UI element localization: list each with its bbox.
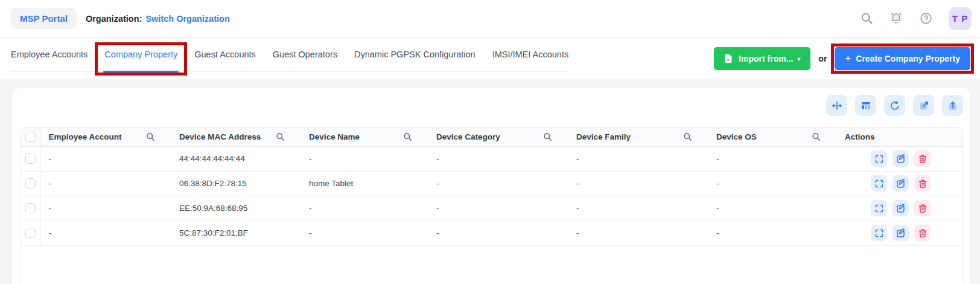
- refresh-button[interactable]: [884, 95, 905, 116]
- delete-button[interactable]: [914, 150, 931, 167]
- help-icon[interactable]: [919, 12, 932, 25]
- edit-button[interactable]: [892, 175, 909, 192]
- cell-device-mac-address: 44:44:44:44:44:44: [171, 146, 301, 171]
- trash-icon: [918, 154, 928, 164]
- cell-device-category: -: [428, 221, 568, 245]
- company-property-panel: Employee Account Device MAC Address Devi…: [12, 88, 970, 284]
- row-checkbox[interactable]: [25, 203, 36, 213]
- search-icon[interactable]: [812, 132, 821, 141]
- trash-icon: [918, 179, 928, 189]
- column-header-device-family: Device Family: [576, 132, 631, 141]
- cell-device-name: home Tablet: [301, 171, 428, 196]
- table-row: - EE:50:9A:68:68:95 - - - -: [21, 196, 962, 221]
- import-from-button[interactable]: x Import from... ▾: [714, 47, 810, 70]
- fullscreen-icon: [874, 154, 884, 164]
- edit-button[interactable]: [892, 225, 909, 241]
- cell-device-name: -: [301, 196, 428, 221]
- cell-device-name: -: [301, 146, 428, 171]
- edit-icon: [896, 228, 906, 238]
- edit-icon: [896, 204, 906, 213]
- search-icon[interactable]: [403, 132, 412, 141]
- column-header-device-os: Device OS: [716, 132, 757, 141]
- open-external-button[interactable]: [913, 95, 934, 116]
- excel-file-icon: x: [724, 54, 733, 63]
- refresh-icon: [889, 100, 900, 111]
- table-row: - 44:44:44:44:44:44 - - - -: [21, 146, 962, 171]
- create-company-property-button[interactable]: + Create Company Property: [835, 47, 970, 70]
- cell-device-mac-address: 5C:87:30:F2:01:BF: [171, 221, 301, 245]
- row-checkbox[interactable]: [25, 153, 36, 164]
- fit-columns-icon: [832, 100, 842, 111]
- column-header-device-category: Device Category: [436, 132, 500, 141]
- plus-icon: +: [845, 53, 851, 65]
- upload-icon: [947, 100, 958, 111]
- cell-device-category: -: [428, 196, 568, 221]
- cell-device-name: -: [301, 221, 428, 245]
- columns-icon: [861, 100, 871, 111]
- column-header-device-mac-address: Device MAC Address: [179, 132, 261, 141]
- tab-employee-accounts[interactable]: Employee Accounts: [11, 50, 88, 71]
- tab-bar: Employee Accounts Company Property Guest…: [0, 38, 980, 79]
- select-all-checkbox[interactable]: [25, 132, 36, 142]
- arrow-up-right-icon: [918, 100, 929, 111]
- import-from-label: Import from...: [739, 54, 793, 63]
- topbar-actions: T P: [860, 7, 972, 30]
- organization-label: Organization:: [86, 14, 142, 24]
- fullscreen-icon: [874, 179, 884, 189]
- company-property-table: Employee Account Device MAC Address Devi…: [21, 127, 963, 284]
- organization-breadcrumb: Organization: Switch Organization: [86, 14, 230, 24]
- top-bar: MSP Portal Organization: Switch Organiza…: [0, 0, 980, 37]
- cell-device-os: -: [708, 146, 836, 171]
- cell-device-mac-address: 06:38:8D:F2:78:15: [171, 171, 301, 196]
- cell-device-family: -: [568, 171, 708, 196]
- user-avatar[interactable]: T P: [949, 7, 972, 30]
- trash-icon: [918, 204, 928, 213]
- cell-device-category: -: [428, 146, 568, 171]
- search-icon[interactable]: [683, 132, 692, 141]
- cell-employee-account: -: [40, 196, 171, 221]
- column-header-device-name: Device Name: [309, 132, 360, 141]
- cell-device-os: -: [708, 196, 836, 221]
- switch-organization-link[interactable]: Switch Organization: [145, 14, 229, 24]
- expand-row-button[interactable]: [871, 175, 887, 192]
- cell-employee-account: -: [40, 146, 171, 171]
- table-header-row: Employee Account Device MAC Address Devi…: [21, 127, 962, 146]
- expand-row-button[interactable]: [871, 200, 887, 216]
- app-title-badge[interactable]: MSP Portal: [11, 8, 77, 29]
- tab-company-property[interactable]: Company Property: [104, 50, 177, 71]
- or-separator: or: [818, 54, 827, 63]
- tab-guest-operators[interactable]: Guest Operators: [273, 50, 337, 71]
- columns-button[interactable]: [855, 95, 876, 116]
- row-checkbox[interactable]: [25, 228, 36, 238]
- tab-dynamic-pgpsk-configuration[interactable]: Dynamic PGPSK Configuration: [354, 50, 476, 71]
- search-icon[interactable]: [543, 132, 552, 141]
- edit-icon: [896, 179, 906, 189]
- edit-icon: [896, 154, 906, 164]
- edit-button[interactable]: [892, 200, 909, 216]
- search-icon[interactable]: [860, 12, 873, 25]
- row-checkbox[interactable]: [25, 178, 36, 189]
- tab-company-property-label: Company Property: [104, 50, 177, 59]
- delete-button[interactable]: [914, 200, 931, 216]
- tab-imsi-imei-accounts[interactable]: IMSI/IMEI Accounts: [492, 50, 569, 71]
- search-icon[interactable]: [146, 132, 155, 141]
- upload-button[interactable]: [942, 95, 963, 116]
- create-company-property-label: Create Company Property: [856, 54, 960, 63]
- fit-columns-button[interactable]: [826, 95, 847, 116]
- delete-button[interactable]: [914, 225, 931, 241]
- cell-device-category: -: [428, 171, 568, 196]
- column-header-employee-account: Employee Account: [49, 132, 122, 141]
- expand-row-button[interactable]: [871, 150, 887, 167]
- tab-guest-accounts[interactable]: Guest Accounts: [194, 50, 256, 71]
- fullscreen-icon: [874, 228, 884, 238]
- delete-button[interactable]: [914, 175, 931, 192]
- expand-row-button[interactable]: [871, 225, 887, 241]
- notifications-bell-icon[interactable]: [889, 12, 903, 25]
- column-header-actions: Actions: [845, 132, 875, 141]
- cell-employee-account: -: [40, 221, 171, 245]
- cell-employee-account: -: [40, 171, 171, 196]
- edit-button[interactable]: [892, 150, 909, 167]
- search-icon[interactable]: [276, 132, 285, 141]
- caret-down-icon: ▾: [797, 56, 800, 62]
- fullscreen-icon: [874, 204, 884, 213]
